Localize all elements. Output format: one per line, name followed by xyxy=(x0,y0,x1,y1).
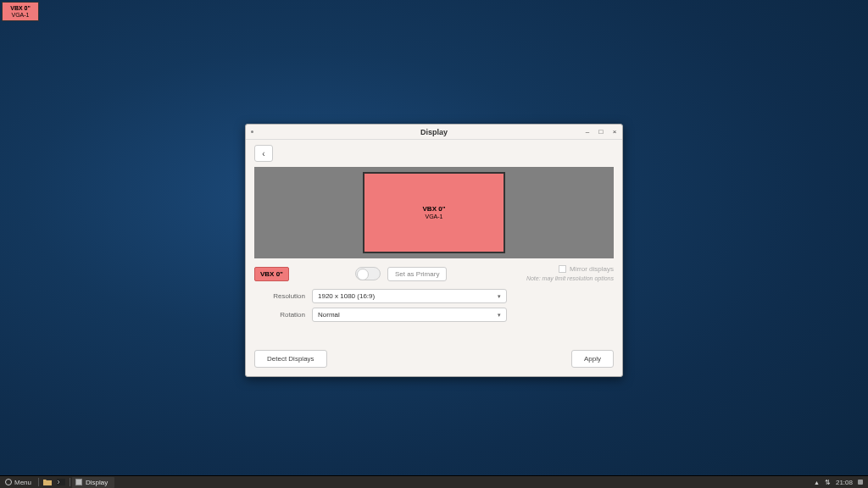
window-buttons: – □ × xyxy=(583,126,619,136)
rotation-row: Rotation Normal ▾ xyxy=(254,308,614,322)
task-label: Display xyxy=(86,479,108,486)
system-tray: ▲ ⇅ 21:08 xyxy=(814,479,868,486)
folder-icon xyxy=(43,479,52,485)
close-button[interactable]: × xyxy=(610,126,619,136)
app-icon xyxy=(75,479,82,485)
maximize-button[interactable]: □ xyxy=(597,126,605,136)
menu-label: Menu xyxy=(14,479,31,486)
display-identify-overlay: VBX 0" VGA-1 xyxy=(2,2,39,21)
resolution-label: Resolution xyxy=(254,292,312,300)
terminal-launcher[interactable] xyxy=(54,476,68,488)
display-controls-row: VBX 0" Set as Primary Mirror displays No… xyxy=(254,265,614,282)
minimize-button[interactable]: – xyxy=(583,126,592,136)
overlay-name: VBX 0" xyxy=(4,5,36,12)
back-button[interactable]: ‹ xyxy=(254,145,273,162)
chevron-left-icon: ‹ xyxy=(262,149,264,158)
mirror-note: Note: may limit resolution options xyxy=(526,275,614,282)
mirror-label: Mirror displays xyxy=(570,265,614,274)
menu-icon xyxy=(5,479,12,485)
selected-display-tag[interactable]: VBX 0" xyxy=(254,267,289,281)
detect-displays-button[interactable]: Detect Displays xyxy=(254,350,327,368)
set-primary-button[interactable]: Set as Primary xyxy=(387,267,447,281)
svg-rect-0 xyxy=(57,479,65,485)
mirror-block: Mirror displays Note: may limit resoluti… xyxy=(526,265,614,282)
window-titlebar[interactable]: Display – □ × xyxy=(246,125,622,140)
window-title: Display xyxy=(246,128,622,136)
terminal-icon xyxy=(57,479,65,485)
separator xyxy=(38,478,39,486)
resolution-select[interactable]: 1920 x 1080 (16:9) ▾ xyxy=(312,289,507,303)
clock[interactable]: 21:08 xyxy=(836,479,853,486)
preview-display-name: VBX 0" xyxy=(423,205,446,214)
separator xyxy=(70,478,70,486)
chevron-down-icon: ▾ xyxy=(498,312,501,319)
display-preview-monitor[interactable]: VBX 0" VGA-1 xyxy=(363,172,505,253)
tray-indicator-icon[interactable]: ▲ xyxy=(814,480,820,485)
window-content: ‹ VBX 0" VGA-1 VBX 0" Set as Primary Mir… xyxy=(246,140,622,376)
overlay-connector: VGA-1 xyxy=(4,12,36,19)
preview-display-connector: VGA-1 xyxy=(425,214,442,220)
display-arrangement-area[interactable]: VBX 0" VGA-1 xyxy=(254,167,614,258)
resolution-value: 1920 x 1080 (16:9) xyxy=(318,292,375,300)
checkbox-icon xyxy=(559,265,566,273)
taskbar: Menu Display ▲ ⇅ 21:08 xyxy=(0,475,868,488)
start-menu-button[interactable]: Menu xyxy=(0,476,36,488)
apply-button[interactable]: Apply xyxy=(571,350,614,368)
bottom-button-row: Detect Displays Apply xyxy=(254,350,614,368)
tray-end-icon[interactable] xyxy=(858,480,863,485)
display-settings-window: Display – □ × ‹ VBX 0" VGA-1 VBX 0" Set … xyxy=(245,124,623,377)
rotation-label: Rotation xyxy=(254,311,312,319)
resolution-row: Resolution 1920 x 1080 (16:9) ▾ xyxy=(254,289,614,303)
network-icon[interactable]: ⇅ xyxy=(825,479,831,486)
chevron-down-icon: ▾ xyxy=(498,293,501,300)
taskbar-task-display[interactable]: Display xyxy=(72,477,114,488)
display-enabled-toggle[interactable] xyxy=(355,267,381,280)
mirror-displays-checkbox[interactable]: Mirror displays xyxy=(559,265,614,274)
rotation-value: Normal xyxy=(318,311,340,319)
file-manager-launcher[interactable] xyxy=(41,476,54,488)
rotation-select[interactable]: Normal ▾ xyxy=(312,308,507,322)
